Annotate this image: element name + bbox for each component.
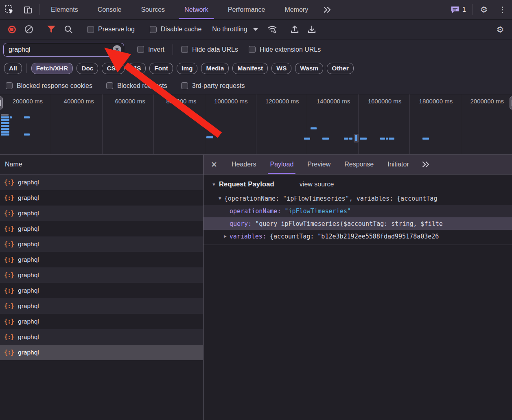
timeline-request-bar — [24, 116, 30, 118]
filter-input[interactable] — [9, 46, 113, 53]
blocked-requests-checkbox[interactable]: Blocked requests — [102, 82, 171, 90]
json-braces-icon: {:} — [4, 271, 14, 279]
payload-object-preview: {operationName: "ipFlowTimeseries", vari… — [224, 195, 438, 202]
expand-triangle-icon[interactable]: ▼ — [219, 196, 221, 201]
payload-key: operationName: — [230, 208, 281, 215]
settings-button[interactable]: ⚙ — [475, 0, 493, 19]
pill-other[interactable]: Other — [327, 63, 353, 74]
record-icon — [8, 26, 16, 33]
gear-icon: ⚙ — [480, 5, 488, 14]
request-row[interactable]: {:}graphql — [0, 329, 203, 345]
pill-all[interactable]: All — [4, 63, 22, 74]
timeline-request-bar — [349, 138, 352, 140]
hide-extension-urls-checkbox[interactable]: Hide extension URLs — [245, 46, 325, 53]
device-toolbar-button[interactable] — [19, 0, 37, 19]
filter-toggle-button[interactable] — [44, 22, 59, 36]
detail-tab-initiator[interactable]: Initiator — [381, 155, 416, 174]
payload-row-operation-name[interactable]: operationName: "ipFlowTimeseries" — [203, 205, 512, 217]
timeline-request-bar — [1, 122, 9, 124]
request-row-selected[interactable]: {:}graphql — [0, 345, 203, 360]
pill-doc[interactable]: Doc — [77, 63, 98, 74]
pill-manifest[interactable]: Manifest — [232, 63, 268, 74]
request-name: graphql — [18, 179, 39, 186]
request-row[interactable]: {:}graphql — [0, 314, 203, 329]
filter-input-box[interactable]: ✕ — [3, 43, 124, 57]
more-detail-tabs-button[interactable] — [416, 155, 435, 174]
third-party-requests-checkbox[interactable]: 3rd-party requests — [177, 82, 249, 90]
export-har-button[interactable] — [304, 22, 319, 36]
view-source-link[interactable]: view source — [300, 181, 334, 188]
request-row[interactable]: {:}graphql — [0, 221, 203, 236]
detail-tab-preview[interactable]: Preview — [300, 155, 337, 174]
pill-wasm[interactable]: Wasm — [295, 63, 323, 74]
network-settings-button[interactable]: ⚙ — [492, 22, 508, 36]
pill-media[interactable]: Media — [201, 63, 229, 74]
pill-fetch-xhr[interactable]: Fetch/XHR — [31, 63, 73, 74]
search-button[interactable] — [61, 22, 76, 36]
timeline-request-bar — [206, 136, 213, 138]
tab-performance[interactable]: Performance — [218, 0, 275, 19]
tab-label: Performance — [228, 6, 265, 13]
payload-row-variables[interactable]: ▶ variables: {accountTag: "b12e3b2192ee5… — [203, 230, 512, 243]
request-row[interactable]: {:}graphql — [0, 298, 203, 314]
timeline-request-bar — [1, 131, 9, 133]
gear-icon: ⚙ — [497, 25, 504, 34]
column-header-name[interactable]: Name — [0, 155, 203, 175]
collapse-triangle-icon[interactable]: ▼ — [212, 182, 216, 187]
blocked-response-cookies-checkbox[interactable]: Blocked response cookies — [2, 82, 96, 90]
request-row[interactable]: {:}graphql — [0, 283, 203, 298]
checkbox-icon — [137, 46, 144, 53]
pill-img[interactable]: Img — [177, 63, 198, 74]
advanced-filter-row: Blocked response cookies Blocked request… — [0, 77, 512, 94]
timeline-brush-handle-left[interactable] — [0, 96, 3, 109]
detail-tab-payload[interactable]: Payload — [263, 155, 300, 174]
throttling-select[interactable]: No throttling — [207, 26, 263, 33]
divider — [173, 44, 173, 55]
request-row[interactable]: {:}graphql — [0, 175, 203, 190]
tab-network[interactable]: Network — [175, 0, 218, 19]
pill-css[interactable]: CSS — [102, 63, 125, 74]
pill-font[interactable]: Font — [149, 63, 173, 74]
timeline-request-bar — [311, 127, 317, 129]
close-detail-button[interactable]: ✕ — [203, 155, 225, 174]
third-party-label: 3rd-party requests — [192, 82, 245, 90]
request-row[interactable]: {:}graphql — [0, 206, 203, 221]
expand-triangle-icon[interactable]: ▶ — [224, 234, 227, 239]
divider — [26, 63, 27, 73]
preserve-log-checkbox[interactable]: Preserve log — [83, 26, 139, 33]
more-tabs-button[interactable] — [318, 0, 337, 19]
clear-filter-icon[interactable]: ✕ — [113, 45, 121, 54]
menu-button[interactable]: ⋮ — [493, 0, 512, 19]
import-har-button[interactable] — [287, 22, 302, 36]
issues-button[interactable]: 1 — [446, 0, 471, 19]
tab-elements[interactable]: Elements — [41, 0, 88, 19]
request-name: graphql — [18, 194, 39, 201]
checkbox-icon — [87, 26, 94, 33]
timeline-brush-handle-right[interactable] — [510, 96, 512, 109]
detail-tab-headers[interactable]: Headers — [225, 155, 263, 174]
detail-tab-response[interactable]: Response — [337, 155, 381, 174]
request-row[interactable]: {:}graphql — [0, 267, 203, 283]
json-braces-icon: {:} — [4, 241, 14, 248]
request-name: graphql — [18, 333, 39, 341]
disable-cache-checkbox[interactable]: Disable cache — [146, 26, 206, 33]
tab-console[interactable]: Console — [88, 0, 131, 19]
clear-network-log-button[interactable] — [21, 22, 37, 36]
tab-sources[interactable]: Sources — [131, 0, 175, 19]
tab-memory[interactable]: Memory — [275, 0, 318, 19]
inspect-element-button[interactable] — [0, 0, 19, 19]
network-overview-timeline[interactable]: 200000 ms 400000 ms 600000 ms 800000 ms … — [0, 94, 512, 155]
pill-ws[interactable]: WS — [271, 63, 291, 74]
request-row[interactable]: {:}graphql — [0, 236, 203, 252]
hide-data-urls-checkbox[interactable]: Hide data URLs — [177, 46, 242, 53]
request-row[interactable]: {:}graphql — [0, 252, 203, 267]
payload-root-row[interactable]: ▼ {operationName: "ipFlowTimeseries", va… — [203, 192, 512, 205]
record-network-log-button[interactable] — [4, 22, 20, 36]
timeline-request-bar — [1, 133, 9, 136]
network-conditions-button[interactable] — [265, 22, 280, 36]
pill-js[interactable]: JS — [128, 63, 146, 74]
invert-checkbox[interactable]: Invert — [133, 46, 168, 53]
timeline-request-bar — [344, 138, 348, 140]
payload-row-query-selected[interactable]: query: "query ipFlowTimeseries($accountT… — [203, 217, 512, 230]
request-row[interactable]: {:}graphql — [0, 190, 203, 206]
